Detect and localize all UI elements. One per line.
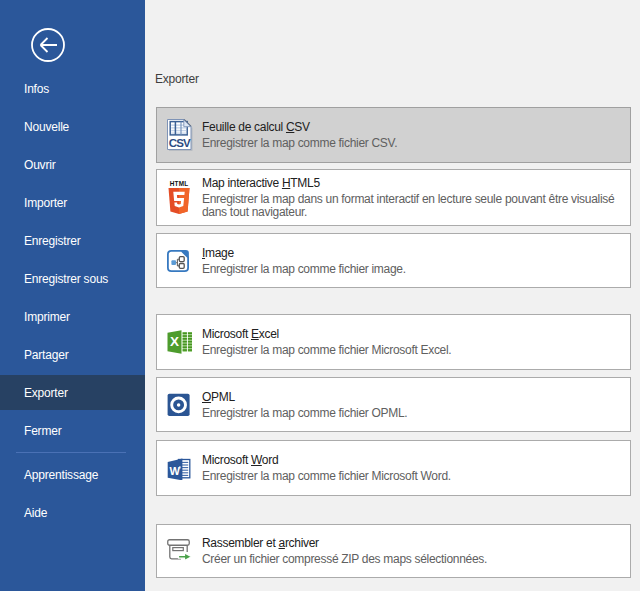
svg-text:CSV: CSV [169, 137, 191, 149]
svg-text:W: W [169, 465, 180, 477]
svg-text:X: X [170, 334, 179, 349]
svg-text:HTML: HTML [170, 181, 189, 187]
